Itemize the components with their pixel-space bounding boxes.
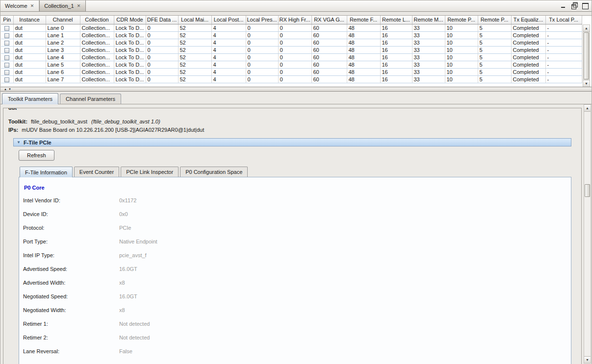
close-icon[interactable]: ✕ (77, 3, 81, 8)
table-row[interactable]: dutLane 2Collection...Lock To D...052400… (1, 39, 582, 46)
ftile-pcie-section-header[interactable]: ▼ F-Tile PCIe (13, 138, 571, 146)
tab-f-tile-information[interactable]: F-Tile Information (20, 167, 73, 177)
table-row[interactable]: dutLane 6Collection...Lock To D...052400… (1, 68, 582, 75)
scroll-up-icon: ▲ (585, 26, 588, 30)
pane-scrollbar-thumb[interactable] (585, 184, 590, 197)
table-cell: 33 (412, 61, 445, 68)
column-header-remote-f[interactable]: Remote F... (347, 16, 380, 24)
expand-twistie-icon[interactable]: ▼ (17, 140, 21, 145)
table-cell: 16 (380, 53, 412, 61)
pin-checkbox[interactable] (4, 70, 9, 75)
sash-down-icon[interactable]: ▼ (8, 88, 11, 91)
table-cell: - (545, 46, 582, 53)
column-header-local-post[interactable]: Local Post... (211, 16, 246, 24)
pin-checkbox[interactable] (4, 26, 9, 31)
table-row[interactable]: dutLane 7Collection...Lock To D...052400… (1, 75, 582, 83)
pin-checkbox[interactable] (4, 63, 9, 68)
table-row[interactable]: dutLane 5Collection...Lock To D...052400… (1, 61, 582, 68)
pane-splitter[interactable]: ▲ ▼ (0, 87, 592, 92)
table-cell: 0 (146, 39, 178, 46)
pin-cell (1, 75, 13, 83)
column-header-remote-m[interactable]: Remote M... (412, 16, 445, 24)
column-header-local-pres[interactable]: Local Pres... (246, 16, 278, 24)
tab-channel-parameters[interactable]: Channel Parameters (60, 94, 121, 104)
table-cell: Completed (511, 68, 545, 75)
table-cell: 33 (412, 53, 445, 61)
column-header-rx-high-fr[interactable]: RX High Fr... (278, 16, 311, 24)
column-header-remote-p[interactable]: Remote P... (478, 16, 511, 24)
column-header-tx-equaliz[interactable]: Tx Equaliz... (511, 16, 545, 24)
table-cell: dut (13, 75, 46, 83)
table-cell: 5 (478, 75, 511, 83)
column-header-instance[interactable]: Instance (13, 16, 46, 24)
pin-cell (1, 24, 13, 31)
table-cell: 52 (178, 24, 211, 31)
column-header-local-mai[interactable]: Local Mai... (178, 16, 211, 24)
sash-up-icon[interactable]: ▲ (4, 88, 7, 91)
tab-welcome[interactable]: Welcome ✕ (0, 0, 39, 11)
table-scrollbar-thumb[interactable] (584, 32, 589, 79)
table-cell: 52 (178, 31, 211, 39)
table-row[interactable]: dutLane 0Collection...Lock To D...052400… (1, 24, 582, 31)
tab-pcie-link-inspector[interactable]: PCIe Link Inspector (121, 167, 179, 177)
column-header-channel[interactable]: Channel (46, 16, 80, 24)
table-vertical-scrollbar[interactable]: ▲ ▼ (583, 24, 590, 87)
table-row[interactable]: dutLane 4Collection...Lock To D...052400… (1, 53, 582, 61)
restore-icon[interactable] (571, 2, 577, 8)
close-icon[interactable]: ✕ (30, 3, 34, 8)
pin-checkbox[interactable] (4, 55, 9, 60)
maximize-icon[interactable] (582, 2, 588, 8)
refresh-button[interactable]: Refresh (19, 150, 54, 161)
pane-vertical-scrollbar[interactable]: ▲ ▼ (584, 104, 591, 364)
pin-checkbox[interactable] (4, 41, 9, 46)
tab-p0-configuration-space[interactable]: P0 Configuration Space (180, 167, 248, 177)
toolkit-name: ftile_debug_toolkit_avst (31, 119, 87, 124)
table-cell: 48 (347, 61, 380, 68)
field-value: Not detected (119, 321, 150, 327)
table-cell: 4 (211, 39, 246, 46)
column-header-tx-local-p[interactable]: Tx Local P... (545, 16, 582, 24)
table-row[interactable]: dutLane 1Collection...Lock To D...052400… (1, 31, 582, 39)
pin-cell (1, 68, 13, 75)
table-cell: - (545, 75, 582, 83)
field-value: 0x0 (119, 211, 128, 217)
minimize-icon[interactable] (560, 2, 566, 8)
pin-checkbox[interactable] (4, 48, 9, 53)
table-cell: 16 (380, 46, 412, 53)
table-cell: Lane 1 (46, 31, 80, 39)
table-cell: Lock To D... (114, 61, 146, 68)
table-cell: Lane 5 (46, 61, 80, 68)
pin-cell (1, 39, 13, 46)
scroll-up-button[interactable]: ▲ (584, 105, 591, 112)
table-cell: 16 (380, 68, 412, 75)
table-scrollbar-track[interactable] (583, 32, 590, 80)
column-header-remote-p[interactable]: Remote P... (445, 16, 478, 24)
tab-toolkit-parameters[interactable]: Toolkit Parameters (2, 93, 58, 104)
field-value: 16.0GT (119, 293, 137, 299)
column-header-collection[interactable]: Collection (80, 16, 114, 24)
table-cell: - (545, 61, 582, 68)
table-cell: 5 (478, 68, 511, 75)
column-header-cdr-mode[interactable]: CDR Mode (114, 16, 146, 24)
column-header-remote-l[interactable]: Remote L... (380, 16, 412, 24)
field-row-negotiated-speed: Negotiated Speed:16.0GT (23, 290, 571, 303)
table-row[interactable]: dutLane 3Collection...Lock To D...052400… (1, 46, 582, 53)
column-header-rx-vga-g[interactable]: RX VGA G... (311, 16, 347, 24)
table-cell: 10 (445, 75, 478, 83)
pin-checkbox[interactable] (4, 77, 9, 82)
column-header-pin[interactable]: Pin (1, 16, 13, 24)
table-cell: 0 (278, 39, 311, 46)
pane-scrollbar-track[interactable] (584, 112, 591, 356)
pin-checkbox[interactable] (4, 33, 9, 38)
scroll-down-button[interactable]: ▼ (583, 80, 590, 87)
field-row-intel-vendor-id: Intel Vendor ID:0x1172 (23, 194, 571, 207)
scroll-up-button[interactable]: ▲ (583, 25, 590, 32)
field-label: Negotiated Width: (23, 307, 119, 313)
tab-collection-1[interactable]: Collection_1 ✕ (39, 0, 86, 11)
parameters-tabbar: Toolkit Parameters Channel Parameters (0, 92, 592, 104)
column-header-dfe-data[interactable]: DFE Data ... (146, 16, 178, 24)
tab-event-counter[interactable]: Event Counter (74, 167, 119, 177)
table-cell: Lock To D... (114, 39, 146, 46)
table-cell: 10 (445, 53, 478, 61)
scroll-down-button[interactable]: ▼ (584, 356, 591, 363)
